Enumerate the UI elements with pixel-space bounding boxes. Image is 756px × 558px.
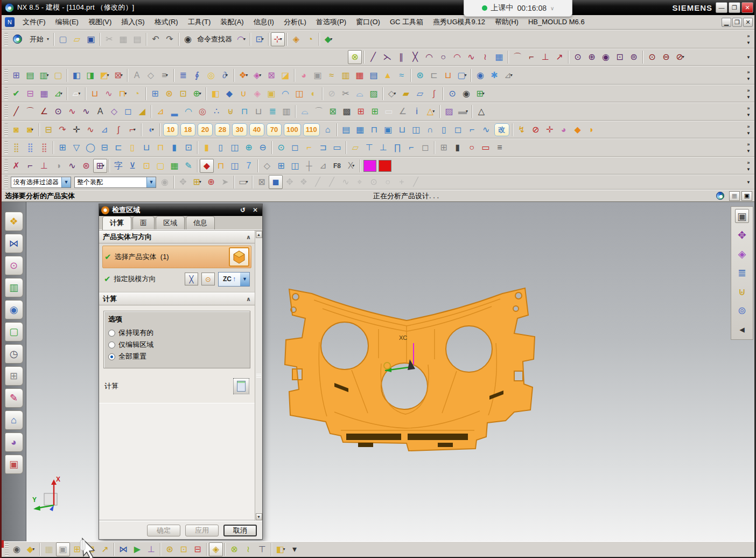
toolbar-drag-handle[interactable] xyxy=(4,87,8,100)
toolbar-icon[interactable]: ≡ xyxy=(493,141,507,155)
toolbar-icon[interactable]: ▥ xyxy=(339,68,353,82)
dropdown-arrow-icon[interactable]: ▾ xyxy=(283,547,285,552)
dropdown-arrow-icon[interactable]: ▾ xyxy=(199,92,201,96)
toolbar-icon[interactable]: ⌓ xyxy=(298,104,312,118)
modify-button[interactable]: 改 xyxy=(494,123,509,136)
toolbar-icon[interactable]: ◯ xyxy=(83,141,97,155)
select-body-button[interactable] xyxy=(229,247,249,267)
toolbar-icon[interactable]: ∿ xyxy=(83,123,97,137)
radio-option[interactable]: 仅编辑区域 xyxy=(108,339,246,351)
toolbar-icon[interactable]: ⌐ xyxy=(465,123,479,137)
toolbar-icon[interactable]: ∂▾ xyxy=(218,68,232,82)
toolbar-icon[interactable]: ▭ xyxy=(330,141,344,155)
toolbar-icon[interactable]: ⊔ xyxy=(441,68,455,82)
selection-combo[interactable]: 没有选择过滤器▼ xyxy=(11,177,71,188)
resource-tab-templates[interactable]: ▣ xyxy=(5,455,23,474)
toolbar-icon[interactable]: ⊓▾ xyxy=(116,87,130,101)
toolbar-icon[interactable]: ▨ xyxy=(442,104,456,118)
toolbar-overflow[interactable]: »▼ xyxy=(744,69,753,81)
toolbar-icon[interactable]: ⊞▾ xyxy=(190,175,204,189)
toolbar-icon[interactable]: ╳ xyxy=(408,50,422,64)
toolbar-icon[interactable]: ◎ xyxy=(195,104,209,118)
dialog-title-bar[interactable]: ✱ 检查区域 ↺ ✕ xyxy=(99,204,262,216)
toolbar-icon[interactable]: ▾ xyxy=(288,542,302,556)
toolbar-icon[interactable]: ▯ xyxy=(214,141,228,155)
dropdown-arrow-icon[interactable]: ▾ xyxy=(60,92,62,96)
minimize-button[interactable]: — xyxy=(716,2,727,13)
toolbar-icon[interactable]: ▭ xyxy=(479,141,493,155)
doc-minimize-button[interactable]: ▁ xyxy=(722,18,731,27)
dropdown-arrow-icon[interactable]: ▾ xyxy=(124,92,127,96)
dropdown-arrow-icon[interactable]: ▾ xyxy=(31,128,33,132)
menu-item[interactable]: 插入(S) xyxy=(116,16,149,27)
dialog-tab-4[interactable]: 信息 xyxy=(186,216,215,229)
menu-item[interactable]: 格式(R) xyxy=(150,16,183,27)
dropdown-arrow-icon[interactable]: ▾ xyxy=(134,128,136,132)
graphics-area[interactable]: ❖⋈⊙▥◉▢◷⊞✎⌂◕▣ xyxy=(2,202,754,541)
toolbar-icon[interactable]: △ xyxy=(474,104,488,118)
toolbar-overflow[interactable]: »▼ xyxy=(744,106,753,117)
toolbar-icon[interactable]: ◈▾ xyxy=(250,68,264,82)
toolbar-icon[interactable]: ✛ xyxy=(69,123,83,137)
toolbar-icon[interactable]: ⊏ xyxy=(427,68,441,82)
dropdown-arrow-icon[interactable]: ▾ xyxy=(166,73,168,78)
toolbar-icon[interactable]: ∴ xyxy=(209,104,223,118)
toolbar-icon[interactable]: ▣ xyxy=(84,32,98,46)
toolbar-icon[interactable]: ⊡ xyxy=(177,542,191,556)
dropdown-arrow-icon[interactable]: ▾ xyxy=(330,37,332,41)
toolbar-drag-handle[interactable] xyxy=(4,69,8,82)
toolbar-icon[interactable]: ⊹▾ xyxy=(271,32,285,46)
toolbar-icon[interactable]: ◧ xyxy=(69,68,83,82)
toolbar-icon[interactable]: ✂ xyxy=(339,87,353,101)
toolbar-icon[interactable]: ◉ xyxy=(459,87,473,101)
toolbar-icon[interactable]: ❖ xyxy=(297,175,311,189)
dropdown-arrow-icon[interactable]: ▾ xyxy=(482,92,485,96)
vector-type-combo[interactable]: ZC↑ ▼ xyxy=(218,272,250,287)
dropdown-arrow-icon[interactable]: ▾ xyxy=(394,92,396,96)
point-dialog-button[interactable]: ⊙ xyxy=(201,273,215,285)
toolbar-icon[interactable]: ◉ xyxy=(473,68,487,82)
toolbar-icon[interactable]: ▮ xyxy=(200,141,214,155)
size-button-40[interactable]: 40 xyxy=(249,123,264,136)
toolbar-icon[interactable]: ◻ xyxy=(418,141,432,155)
toolbar-icon[interactable]: ▰ xyxy=(399,87,413,101)
toolbar-icon[interactable]: ▱▾ xyxy=(69,87,83,101)
toolbar-icon[interactable]: ⊿ xyxy=(153,104,167,118)
toolbar-icon[interactable]: ↗ xyxy=(552,50,566,64)
toolbar-icon[interactable]: ⊞ xyxy=(274,159,288,173)
dropdown-arrow-icon[interactable]: ▾ xyxy=(510,73,513,78)
toolbar-icon[interactable]: ⊓ xyxy=(367,123,381,137)
size-button-70[interactable]: 70 xyxy=(267,123,282,136)
toolbar-icon[interactable]: ⊚ xyxy=(627,50,641,64)
toolbar-icon[interactable]: ◨ xyxy=(83,68,97,82)
dialog-reset-icon[interactable]: ↺ xyxy=(238,206,248,214)
menu-item[interactable]: 首选项(P) xyxy=(311,16,351,27)
toolbar-icon[interactable]: ⊟ xyxy=(97,141,111,155)
toolbar-icon[interactable]: ⣿ xyxy=(23,141,37,155)
toolbar-drag-handle[interactable] xyxy=(4,33,8,46)
toolbar-icon[interactable]: ⊿ xyxy=(316,159,330,173)
toolbar-icon[interactable]: ╱ xyxy=(366,50,380,64)
toolbar-icon[interactable]: i xyxy=(410,104,424,118)
toolbar-icon[interactable]: ✱ xyxy=(487,68,501,82)
color-swatch[interactable] xyxy=(363,160,376,172)
dropdown-arrow-icon[interactable]: ▾ xyxy=(102,164,104,168)
toolbar-icon[interactable]: ◠ xyxy=(181,104,195,118)
toolbar-icon[interactable]: ▭▾ xyxy=(236,175,250,189)
resource-tab-part-navigator[interactable]: ⊙ xyxy=(5,256,23,275)
toolbar-icon[interactable]: ▥▾ xyxy=(37,68,51,82)
dropdown-arrow-icon[interactable]: ▾ xyxy=(466,109,468,114)
section-header-body-direction[interactable]: 产品实体与方向∧ xyxy=(99,231,255,243)
toolbar-icon[interactable]: ⊟ xyxy=(23,87,37,101)
toolbar-icon[interactable]: ⊟ xyxy=(191,542,205,556)
toolbar-icon[interactable]: ⊞ xyxy=(148,87,162,101)
toolbar-icon[interactable]: 7 xyxy=(242,159,256,173)
toolbar-icon[interactable]: ▱ xyxy=(348,141,362,155)
toolbar-icon[interactable]: ◈ xyxy=(289,32,303,46)
toolbar-icon[interactable]: ⊐ xyxy=(316,141,330,155)
toolbar-icon[interactable]: ∩ xyxy=(423,123,437,137)
toolbar-icon[interactable]: ◉ xyxy=(158,175,172,189)
toolbar-icon[interactable]: ◇ xyxy=(260,159,274,173)
3d-model-dashboard-part[interactable]: XC xyxy=(271,277,551,461)
toolbar-icon[interactable]: ⊞ xyxy=(437,141,451,155)
